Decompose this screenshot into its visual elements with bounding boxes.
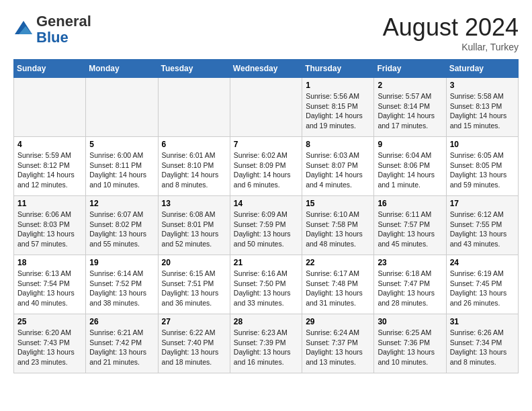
day-info: Sunrise: 6:01 AM Sunset: 8:10 PM Dayligh… [162, 150, 226, 190]
day-info: Sunrise: 6:21 AM Sunset: 7:42 PM Dayligh… [89, 328, 154, 367]
day-cell: 24Sunrise: 6:19 AM Sunset: 7:45 PM Dayli… [446, 255, 518, 314]
day-number: 15 [306, 199, 370, 208]
title-block: August 2024 Kullar, Turkey [383, 13, 519, 52]
week-row-2: 4Sunrise: 5:59 AM Sunset: 8:12 PM Daylig… [14, 137, 519, 196]
day-cell: 16Sunrise: 6:11 AM Sunset: 7:57 PM Dayli… [374, 196, 446, 255]
week-row-3: 11Sunrise: 6:06 AM Sunset: 8:03 PM Dayli… [14, 196, 519, 255]
day-info: Sunrise: 6:08 AM Sunset: 8:01 PM Dayligh… [162, 210, 226, 249]
day-number: 29 [306, 317, 370, 326]
day-number: 18 [17, 258, 82, 267]
calendar-table: SundayMondayTuesdayWednesdayThursdayFrid… [13, 59, 519, 373]
day-info: Sunrise: 6:16 AM Sunset: 7:50 PM Dayligh… [234, 269, 298, 308]
day-cell: 15Sunrise: 6:10 AM Sunset: 7:58 PM Dayli… [302, 196, 374, 255]
day-number: 3 [450, 81, 515, 90]
day-info: Sunrise: 6:25 AM Sunset: 7:36 PM Dayligh… [378, 328, 442, 367]
day-info: Sunrise: 6:13 AM Sunset: 7:54 PM Dayligh… [17, 269, 82, 308]
month-year: August 2024 [383, 13, 519, 42]
day-cell: 4Sunrise: 5:59 AM Sunset: 8:12 PM Daylig… [14, 137, 86, 196]
day-number: 28 [234, 317, 298, 326]
day-cell: 3Sunrise: 5:58 AM Sunset: 8:13 PM Daylig… [446, 78, 518, 137]
day-cell: 20Sunrise: 6:15 AM Sunset: 7:51 PM Dayli… [158, 255, 230, 314]
logo-blue: Blue [36, 29, 69, 46]
day-cell: 7Sunrise: 6:02 AM Sunset: 8:09 PM Daylig… [230, 137, 302, 196]
day-cell [230, 78, 302, 137]
day-number: 9 [378, 140, 442, 149]
day-cell: 31Sunrise: 6:26 AM Sunset: 7:34 PM Dayli… [446, 314, 518, 373]
header-friday: Friday [374, 60, 446, 78]
day-cell: 30Sunrise: 6:25 AM Sunset: 7:36 PM Dayli… [374, 314, 446, 373]
day-cell: 1Sunrise: 5:56 AM Sunset: 8:15 PM Daylig… [302, 78, 374, 137]
day-cell: 14Sunrise: 6:09 AM Sunset: 7:59 PM Dayli… [230, 196, 302, 255]
day-number: 8 [306, 140, 370, 149]
day-cell [14, 78, 86, 137]
day-info: Sunrise: 6:12 AM Sunset: 7:55 PM Dayligh… [450, 210, 515, 249]
day-cell: 9Sunrise: 6:04 AM Sunset: 8:06 PM Daylig… [374, 137, 446, 196]
day-cell: 28Sunrise: 6:23 AM Sunset: 7:39 PM Dayli… [230, 314, 302, 373]
day-cell: 22Sunrise: 6:17 AM Sunset: 7:48 PM Dayli… [302, 255, 374, 314]
page-header: General Blue August 2024 Kullar, Turkey [13, 13, 519, 52]
day-info: Sunrise: 6:24 AM Sunset: 7:37 PM Dayligh… [306, 328, 370, 367]
day-info: Sunrise: 5:56 AM Sunset: 8:15 PM Dayligh… [306, 91, 370, 131]
day-number: 31 [450, 317, 515, 326]
day-info: Sunrise: 6:10 AM Sunset: 7:58 PM Dayligh… [306, 210, 370, 249]
day-cell: 10Sunrise: 6:05 AM Sunset: 8:05 PM Dayli… [446, 137, 518, 196]
day-number: 12 [89, 199, 154, 208]
day-cell: 27Sunrise: 6:22 AM Sunset: 7:40 PM Dayli… [158, 314, 230, 373]
day-number: 26 [89, 317, 154, 326]
day-number: 30 [378, 317, 442, 326]
day-info: Sunrise: 6:05 AM Sunset: 8:05 PM Dayligh… [450, 150, 515, 190]
day-number: 5 [89, 140, 154, 149]
day-number: 13 [162, 199, 226, 208]
day-info: Sunrise: 6:22 AM Sunset: 7:40 PM Dayligh… [162, 328, 226, 367]
day-cell: 13Sunrise: 6:08 AM Sunset: 8:01 PM Dayli… [158, 196, 230, 255]
day-info: Sunrise: 6:26 AM Sunset: 7:34 PM Dayligh… [450, 328, 515, 367]
day-info: Sunrise: 6:23 AM Sunset: 7:39 PM Dayligh… [234, 328, 298, 367]
day-cell: 21Sunrise: 6:16 AM Sunset: 7:50 PM Dayli… [230, 255, 302, 314]
day-cell: 5Sunrise: 6:00 AM Sunset: 8:11 PM Daylig… [86, 137, 158, 196]
day-cell: 2Sunrise: 5:57 AM Sunset: 8:14 PM Daylig… [374, 78, 446, 137]
day-number: 7 [234, 140, 298, 149]
logo: General Blue [13, 13, 91, 46]
header-saturday: Saturday [446, 60, 518, 78]
day-info: Sunrise: 6:19 AM Sunset: 7:45 PM Dayligh… [450, 269, 515, 308]
day-cell: 23Sunrise: 6:18 AM Sunset: 7:47 PM Dayli… [374, 255, 446, 314]
day-info: Sunrise: 6:18 AM Sunset: 7:47 PM Dayligh… [378, 269, 442, 308]
day-info: Sunrise: 6:03 AM Sunset: 8:07 PM Dayligh… [306, 150, 370, 190]
day-info: Sunrise: 6:02 AM Sunset: 8:09 PM Dayligh… [234, 150, 298, 190]
header-sunday: Sunday [14, 60, 86, 78]
day-number: 6 [162, 140, 226, 149]
day-info: Sunrise: 5:59 AM Sunset: 8:12 PM Dayligh… [17, 150, 82, 190]
day-cell: 8Sunrise: 6:03 AM Sunset: 8:07 PM Daylig… [302, 137, 374, 196]
day-number: 21 [234, 258, 298, 267]
day-number: 27 [162, 317, 226, 326]
day-info: Sunrise: 6:06 AM Sunset: 8:03 PM Dayligh… [17, 210, 82, 249]
location: Kullar, Turkey [383, 42, 519, 52]
day-cell: 11Sunrise: 6:06 AM Sunset: 8:03 PM Dayli… [14, 196, 86, 255]
day-info: Sunrise: 6:20 AM Sunset: 7:43 PM Dayligh… [17, 328, 82, 367]
day-info: Sunrise: 5:58 AM Sunset: 8:13 PM Dayligh… [450, 91, 515, 131]
day-number: 2 [378, 81, 442, 90]
header-thursday: Thursday [302, 60, 374, 78]
header-wednesday: Wednesday [230, 60, 302, 78]
day-number: 4 [17, 140, 82, 149]
day-info: Sunrise: 6:00 AM Sunset: 8:11 PM Dayligh… [89, 150, 154, 190]
logo-general: General [36, 13, 91, 30]
header-row: SundayMondayTuesdayWednesdayThursdayFrid… [14, 60, 519, 78]
day-number: 1 [306, 81, 370, 90]
day-cell: 19Sunrise: 6:14 AM Sunset: 7:52 PM Dayli… [86, 255, 158, 314]
day-cell: 18Sunrise: 6:13 AM Sunset: 7:54 PM Dayli… [14, 255, 86, 314]
logo-icon [13, 19, 34, 40]
header-monday: Monday [86, 60, 158, 78]
day-cell: 26Sunrise: 6:21 AM Sunset: 7:42 PM Dayli… [86, 314, 158, 373]
day-cell: 6Sunrise: 6:01 AM Sunset: 8:10 PM Daylig… [158, 137, 230, 196]
day-cell: 17Sunrise: 6:12 AM Sunset: 7:55 PM Dayli… [446, 196, 518, 255]
day-info: Sunrise: 6:07 AM Sunset: 8:02 PM Dayligh… [89, 210, 154, 249]
day-number: 11 [17, 199, 82, 208]
day-cell: 25Sunrise: 6:20 AM Sunset: 7:43 PM Dayli… [14, 314, 86, 373]
day-info: Sunrise: 6:17 AM Sunset: 7:48 PM Dayligh… [306, 269, 370, 308]
day-number: 19 [89, 258, 154, 267]
week-row-1: 1Sunrise: 5:56 AM Sunset: 8:15 PM Daylig… [14, 78, 519, 137]
day-number: 23 [378, 258, 442, 267]
week-row-4: 18Sunrise: 6:13 AM Sunset: 7:54 PM Dayli… [14, 255, 519, 314]
day-info: Sunrise: 6:15 AM Sunset: 7:51 PM Dayligh… [162, 269, 226, 308]
